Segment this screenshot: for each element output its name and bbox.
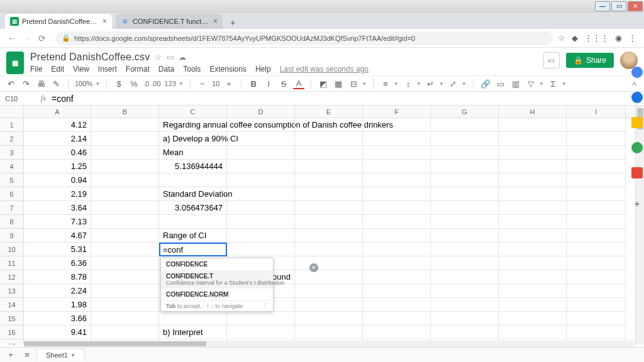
autocomplete-item[interactable]: CONFIDENCE.TConfidence interval for a St… [161, 270, 273, 288]
all-sheets-button[interactable]: ≡ [20, 349, 34, 361]
row-headers[interactable]: 12345678910111213141516171819 [0, 118, 24, 344]
more-formats-button[interactable]: 123 [165, 80, 176, 87]
cell[interactable]: a) Develop a 90% CI [159, 132, 227, 146]
cell[interactable] [91, 132, 159, 146]
cell[interactable] [91, 201, 159, 215]
close-icon[interactable]: × [213, 17, 218, 26]
cell[interactable]: 2.14 [24, 132, 91, 146]
cell[interactable] [227, 326, 295, 339]
cell[interactable] [567, 160, 626, 173]
cell[interactable] [431, 201, 499, 215]
undo-button[interactable]: ↶ [5, 78, 16, 89]
cell[interactable] [567, 146, 626, 160]
cell[interactable] [91, 146, 159, 160]
cell[interactable] [567, 243, 626, 256]
cell[interactable] [295, 298, 363, 312]
row-header[interactable]: 15 [0, 312, 23, 326]
row-header[interactable]: 11 [0, 256, 23, 270]
cell[interactable] [363, 132, 431, 146]
cell[interactable] [363, 146, 431, 160]
cell[interactable] [431, 146, 499, 160]
cell[interactable] [431, 243, 499, 256]
currency-button[interactable]: $ [113, 78, 125, 89]
cell[interactable]: 5.136944444 [159, 160, 227, 173]
cell[interactable] [295, 312, 363, 326]
autocomplete-item[interactable]: CONFIDENCE [161, 258, 273, 270]
cell[interactable] [431, 298, 499, 312]
cell[interactable] [567, 215, 626, 229]
cell[interactable] [227, 201, 295, 215]
comment-button[interactable]: ▭ [495, 78, 506, 89]
select-all-corner[interactable] [0, 106, 24, 118]
cell[interactable] [227, 215, 295, 229]
cell[interactable] [91, 173, 159, 187]
cell[interactable] [363, 160, 431, 173]
cell[interactable] [91, 229, 159, 243]
cell[interactable] [295, 132, 363, 146]
bold-button[interactable]: B [248, 78, 259, 89]
cell[interactable] [363, 201, 431, 215]
window-minimize-button[interactable]: — [595, 1, 610, 11]
cell[interactable]: Standard Deviation [159, 187, 227, 201]
add-addon-button[interactable]: + [634, 199, 640, 210]
column-header[interactable]: I [567, 106, 626, 118]
cell[interactable]: 0.94 [24, 173, 91, 187]
forward-button[interactable]: → [20, 31, 34, 45]
cell[interactable] [567, 187, 626, 201]
cell[interactable]: 4.12 [24, 118, 91, 132]
font-size-input[interactable]: 10 [212, 80, 219, 87]
font-size-decrease[interactable]: − [197, 78, 208, 89]
keep-icon[interactable] [631, 92, 643, 103]
column-header[interactable]: H [499, 106, 567, 118]
cell[interactable] [227, 173, 295, 187]
cell[interactable] [363, 187, 431, 201]
cell[interactable] [567, 256, 626, 270]
cell[interactable] [295, 215, 363, 229]
rotate-button[interactable]: ⤢ [448, 78, 459, 89]
cell[interactable] [227, 118, 295, 132]
row-header[interactable]: 3 [0, 146, 23, 160]
cell[interactable] [295, 173, 363, 187]
back-button[interactable]: ← [5, 31, 19, 45]
cell[interactable] [567, 284, 626, 298]
browser-tab-active[interactable]: ▦ Pretend DanishCoffee. - Goog × [5, 14, 112, 29]
row-header[interactable]: 4 [0, 160, 23, 173]
cell[interactable] [567, 118, 626, 132]
cell[interactable] [159, 312, 227, 326]
column-header[interactable]: G [431, 106, 499, 118]
cell[interactable] [91, 312, 159, 326]
column-headers[interactable]: ABCDEFGHI [24, 106, 635, 118]
cell[interactable]: =confCONFIDENCECONFIDENCE.TConfidence in… [159, 243, 227, 256]
cell[interactable] [499, 160, 567, 173]
borders-button[interactable]: ▦ [333, 78, 344, 89]
cell[interactable] [567, 132, 626, 146]
cell[interactable]: 0.46 [24, 146, 91, 160]
fill-color-button[interactable]: ◩ [318, 78, 329, 89]
cell[interactable] [567, 173, 626, 187]
reload-button[interactable]: ⟳ [35, 31, 49, 45]
profile-icon[interactable]: ◉ [615, 33, 622, 43]
cell[interactable] [431, 173, 499, 187]
row-header[interactable]: 12 [0, 270, 23, 284]
cell[interactable] [499, 312, 567, 326]
menu-edit[interactable]: Edit [51, 65, 64, 74]
column-header[interactable]: E [295, 106, 363, 118]
cell[interactable] [363, 326, 431, 339]
spreadsheet-grid[interactable]: ABCDEFGHI 12345678910111213141516171819 … [0, 106, 644, 344]
cell[interactable] [227, 312, 295, 326]
star-icon[interactable]: ☆ [558, 33, 565, 43]
column-header[interactable]: A [24, 106, 91, 118]
cell[interactable] [159, 173, 227, 187]
menu-format[interactable]: Format [126, 65, 150, 74]
cell[interactable]: 1.25 [24, 160, 91, 173]
row-header[interactable]: 10 [0, 243, 23, 256]
cell[interactable] [295, 229, 363, 243]
column-header[interactable]: B [91, 106, 159, 118]
cell[interactable] [295, 270, 363, 284]
cell[interactable] [499, 132, 567, 146]
row-header[interactable]: 17 [0, 339, 23, 344]
cell[interactable] [499, 229, 567, 243]
name-box[interactable]: C10 [0, 95, 38, 102]
cell[interactable] [363, 312, 431, 326]
cell[interactable] [567, 270, 626, 284]
